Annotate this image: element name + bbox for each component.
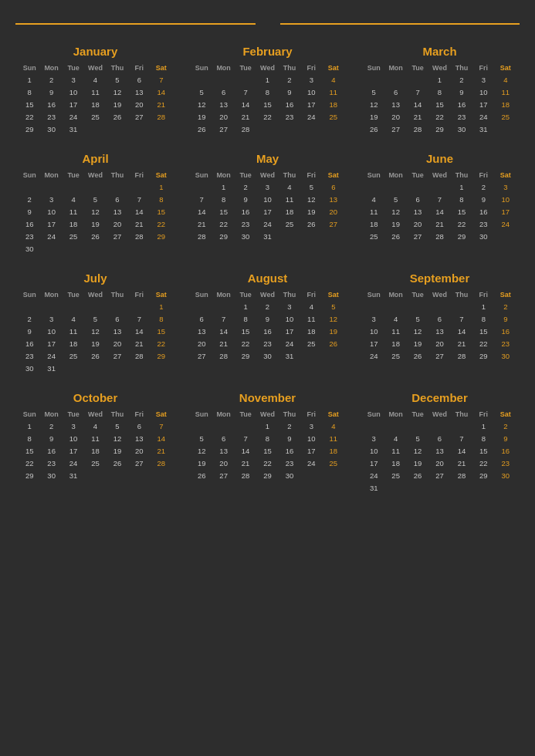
day-cell: 6 (128, 73, 150, 86)
day-cell: 17 (40, 337, 62, 349)
month-block-october: OctoberSunMonTueWedThuFriSat123456789101… (15, 386, 175, 498)
day-header-tue: Tue (235, 409, 256, 420)
day-cell: 21 (428, 218, 450, 230)
day-cell: 20 (212, 110, 234, 123)
day-cell: 14 (191, 205, 212, 218)
day-cell: 21 (451, 337, 472, 349)
day-cell: 3 (40, 193, 62, 205)
day-header-tue: Tue (63, 62, 84, 73)
day-cell: 26 (407, 469, 428, 481)
day-cell: 10 (363, 325, 384, 337)
day-cell: 7 (451, 312, 472, 325)
day-cell: 10 (256, 193, 278, 205)
day-cell: 1 (235, 300, 256, 312)
day-cell: 17 (63, 444, 84, 457)
month-block-march: MarchSunMonTueWedThuFriSat 1234567891011… (360, 40, 520, 140)
day-header-wed: Wed (84, 289, 106, 300)
day-cell: 23 (19, 349, 40, 362)
day-header-sat: Sat (151, 409, 172, 420)
empty-cell (40, 181, 62, 193)
days-grid: SunMonTueWedThuFriSat 123456789101112131… (363, 409, 516, 494)
day-cell: 22 (151, 218, 172, 230)
day-cell: 21 (451, 457, 472, 469)
day-cell: 14 (212, 325, 234, 337)
day-cell: 18 (384, 457, 406, 469)
day-cell: 10 (300, 86, 322, 98)
day-cell: 24 (279, 337, 300, 349)
day-cell: 9 (451, 86, 472, 98)
day-cell: 20 (191, 337, 212, 349)
day-cell: 18 (384, 337, 406, 349)
day-cell: 20 (107, 218, 128, 230)
empty-cell (407, 300, 428, 312)
day-cell: 2 (19, 312, 40, 325)
day-cell: 21 (407, 110, 428, 123)
day-cell: 23 (279, 457, 300, 469)
day-cell: 30 (279, 469, 300, 481)
day-header-thu: Thu (107, 289, 128, 300)
day-header-fri: Fri (128, 62, 150, 73)
day-cell: 27 (191, 349, 212, 362)
day-cell: 2 (279, 420, 300, 432)
empty-cell (84, 181, 106, 193)
day-cell: 6 (212, 432, 234, 444)
day-cell: 3 (63, 73, 84, 86)
day-cell: 3 (363, 312, 384, 325)
day-cell: 19 (107, 98, 128, 110)
day-header-tue: Tue (407, 289, 428, 300)
day-cell: 12 (107, 432, 128, 444)
day-cell: 20 (107, 337, 128, 349)
month-block-january: JanuarySunMonTueWedThuFriSat123456789101… (15, 40, 175, 140)
day-cell: 14 (235, 444, 256, 457)
day-cell: 10 (40, 205, 62, 218)
day-cell: 11 (363, 205, 384, 218)
day-cell: 26 (407, 349, 428, 362)
day-cell: 30 (451, 123, 472, 135)
day-cell: 10 (63, 86, 84, 98)
day-cell: 14 (151, 86, 172, 98)
day-cell: 18 (323, 98, 344, 110)
day-cell: 10 (495, 193, 516, 205)
day-cell: 2 (451, 73, 472, 86)
day-cell: 3 (495, 181, 516, 193)
day-cell: 8 (256, 86, 278, 98)
month-block-july: JulySunMonTueWedThuFriSat 12345678910111… (15, 267, 175, 379)
day-cell: 18 (84, 444, 106, 457)
month-block-april: AprilSunMonTueWedThuFriSat 1234567891011… (15, 147, 175, 259)
day-cell: 17 (363, 457, 384, 469)
day-cell: 25 (84, 110, 106, 123)
day-cell: 6 (107, 312, 128, 325)
day-cell: 6 (384, 86, 406, 98)
day-cell: 21 (128, 337, 150, 349)
day-cell: 22 (19, 110, 40, 123)
day-header-sun: Sun (191, 289, 212, 300)
day-cell: 20 (128, 98, 150, 110)
days-grid: SunMonTueWedThuFriSat 123456789101112131… (19, 170, 172, 255)
day-cell: 22 (472, 457, 494, 469)
day-cell: 17 (472, 98, 494, 110)
day-cell: 5 (407, 312, 428, 325)
month-name: February (191, 45, 344, 58)
day-cell: 2 (40, 420, 62, 432)
day-cell: 30 (495, 469, 516, 481)
day-header-thu: Thu (107, 409, 128, 420)
day-cell: 12 (191, 98, 212, 110)
day-cell: 8 (256, 432, 278, 444)
day-cell: 1 (428, 73, 450, 86)
day-cell: 29 (212, 230, 234, 242)
day-cell: 14 (128, 205, 150, 218)
day-header-mon: Mon (212, 289, 234, 300)
empty-cell (107, 300, 128, 312)
day-cell: 17 (495, 205, 516, 218)
day-header-sat: Sat (323, 170, 344, 181)
day-header-mon: Mon (384, 170, 406, 181)
day-cell: 21 (212, 337, 234, 349)
day-header-thu: Thu (451, 409, 472, 420)
day-cell: 2 (235, 181, 256, 193)
day-header-fri: Fri (128, 289, 150, 300)
day-cell: 1 (472, 300, 494, 312)
day-cell: 24 (63, 110, 84, 123)
day-cell: 28 (128, 349, 150, 362)
day-cell: 30 (40, 469, 62, 481)
day-header-wed: Wed (84, 170, 106, 181)
